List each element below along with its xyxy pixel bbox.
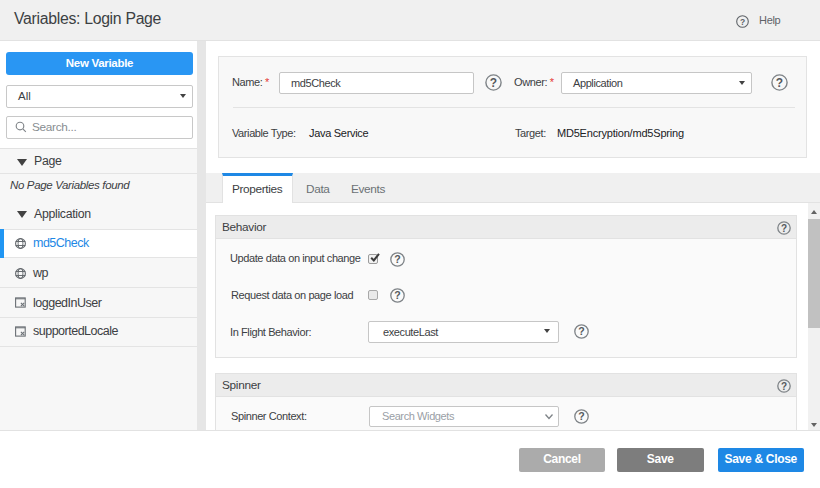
svg-text:?: ? <box>776 76 783 90</box>
svg-text:?: ? <box>578 325 584 337</box>
svg-text:?: ? <box>740 17 745 27</box>
svg-text:?: ? <box>781 223 787 234</box>
svg-text:?: ? <box>578 410 584 422</box>
svg-text:?: ? <box>490 76 497 90</box>
svg-text:?: ? <box>781 381 787 392</box>
svg-text:?: ? <box>394 289 400 301</box>
svg-text:?: ? <box>394 253 400 265</box>
